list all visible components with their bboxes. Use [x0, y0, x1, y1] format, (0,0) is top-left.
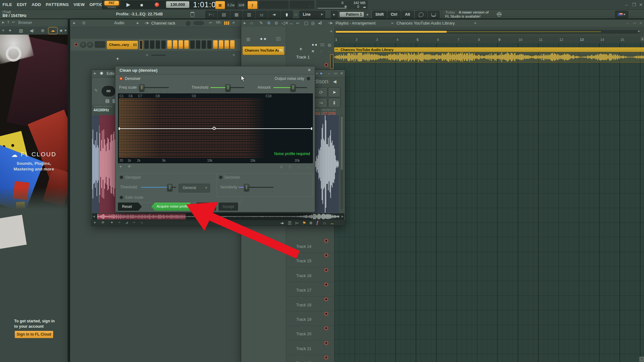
pl-draw-icon[interactable]: ✎	[259, 21, 263, 25]
freq-scale-thumb[interactable]	[139, 84, 144, 91]
picker-tab-pianoroll-icon[interactable]: ▦	[246, 37, 250, 41]
clip-lane-marker[interactable]	[330, 54, 333, 69]
tab-online-icon[interactable]: ⊕	[41, 28, 45, 33]
hint-bubble-button[interactable]	[415, 11, 427, 18]
pl-delete-icon[interactable]: ⊘	[275, 21, 278, 25]
ed-curve-icon[interactable]: ƒ	[316, 220, 319, 225]
edison-link-icon[interactable]: ∞	[94, 87, 99, 93]
channel-rack-title[interactable]: Channel rack	[151, 21, 175, 25]
edison-wave-selection-bg[interactable]	[99, 115, 116, 213]
spectrum-freeze-icon[interactable]: ❄	[280, 165, 283, 169]
ed-regions-icon[interactable]: ☰	[288, 221, 292, 225]
declicker-led[interactable]	[219, 175, 223, 179]
mic-button[interactable]	[281, 11, 293, 18]
globe-icon[interactable]	[497, 12, 502, 17]
step-select-cell[interactable]	[139, 40, 143, 49]
ed-stretch-icon[interactable]: ↔	[330, 221, 334, 225]
countdown-icon[interactable]: ϝ	[247, 1, 258, 9]
tab-favorites-icon[interactable]: ★	[59, 28, 63, 33]
edison-overview[interactable]: ◀ ▶	[92, 213, 344, 220]
track-menu-dots[interactable]: ⋯	[300, 267, 304, 271]
track-record-dot[interactable]	[325, 283, 328, 286]
tab-back-icon[interactable]: ◀	[2, 29, 4, 32]
declipper-threshold-slider[interactable]	[141, 187, 176, 188]
tab-sounds-icon[interactable]: ◀⁝	[30, 28, 34, 33]
acquire-noise-profile-button[interactable]: Acquire noise profile	[151, 203, 190, 211]
track-row-21[interactable]: ⋯Track 21	[286, 340, 335, 355]
threshold-slider[interactable]	[210, 87, 244, 88]
step-1[interactable]	[144, 40, 149, 49]
ed-markers-icon[interactable]: ⊨	[295, 221, 299, 225]
ed-sel-end-icon[interactable]: ⇥	[132, 221, 135, 224]
pl-slip-icon[interactable]: ↔	[289, 21, 293, 25]
track-row-14[interactable]: ⋯Track 14	[286, 238, 335, 253]
pat-mode-button[interactable]: PAT	[104, 1, 119, 5]
rack-menu-icon[interactable]: ▶	[73, 22, 75, 25]
playlist-grid[interactable]	[334, 43, 644, 362]
pl-maximize-icon[interactable]: ▭	[633, 21, 636, 25]
edison-gear-icon[interactable]: ✺	[100, 71, 103, 75]
step-3[interactable]	[156, 40, 160, 49]
ed-center-icon[interactable]: ✦	[110, 221, 113, 224]
step-9[interactable]	[190, 40, 195, 49]
edison-reverse-button[interactable]: ⟳	[315, 87, 327, 97]
edison-loop-button[interactable]: ∞	[102, 86, 115, 97]
pl-mute-icon[interactable]: ◁✕	[281, 21, 289, 25]
track-record-dot[interactable]	[325, 298, 328, 301]
timeline[interactable]: 1 2 3 4 5 6 7 8 9 10 11 12 13 14 15 16	[334, 37, 644, 43]
track-record-dot[interactable]	[325, 253, 328, 257]
audio-clip[interactable]: ↦ Chances YouTube Audio Library	[334, 47, 644, 63]
step-14[interactable]	[219, 40, 223, 49]
channel-button[interactable]: Chanc..rary	[107, 41, 138, 49]
track-row-15[interactable]: ⋯Track 15	[286, 253, 335, 267]
track-row-19[interactable]: ⋯Track 19	[286, 311, 335, 326]
pl-scroll-left-icon[interactable]: ◀	[330, 30, 332, 33]
news-line2[interactable]: FL Studio is available!	[445, 14, 480, 18]
denoiser-led[interactable]	[119, 77, 123, 81]
fl-cloud-promo[interactable]: ☁ FL CLOUD Sounds, Plugins, Mastering an…	[0, 35, 68, 209]
stop-button[interactable]: ■	[140, 3, 143, 7]
track-menu-dots[interactable]: ⋯	[300, 282, 304, 285]
channel-rack-icon[interactable]: ▤	[218, 11, 230, 18]
wait-recording-icon[interactable]: ШΦ	[236, 1, 247, 9]
pl-playback-icon[interactable]: ◂‖	[318, 21, 322, 25]
step-16[interactable]	[230, 40, 235, 49]
accept-button[interactable]: Accept	[219, 203, 238, 211]
track-record-dot[interactable]	[325, 356, 328, 359]
edison-sendback-button[interactable]: ↪	[315, 98, 327, 108]
pl-select-icon[interactable]: ▢	[304, 21, 308, 25]
amount-thumb[interactable]	[291, 84, 296, 91]
pattern-add-button[interactable]: +	[366, 12, 369, 17]
dialog-titlebar[interactable]: Clean up (denoise) ✕	[115, 66, 315, 75]
rack-scroll-handle[interactable]	[151, 55, 166, 56]
playlist-header[interactable]: ▶ ∩ ✎ ✡ ⊘ ◁✕ ↔ ➵ ▢ ◎ ◂‖ ◁▶ Playlist - Ar…	[241, 19, 644, 27]
spectrum-collapse-icon[interactable]: ▾	[120, 165, 121, 168]
track-row-22[interactable]: ⋯Track 22	[286, 355, 335, 362]
picker-clip-button[interactable]: Chances YouTube Au..	[242, 46, 285, 55]
track-record-dot[interactable]	[325, 326, 328, 330]
step-11[interactable]	[202, 40, 206, 49]
tempo-display[interactable]: 130.000	[166, 1, 189, 8]
track-row-17[interactable]: ⋯Track 17	[286, 282, 335, 297]
rack-scroll-left-icon[interactable]: ◀	[146, 53, 148, 56]
track-menu-dots[interactable]: ⋯	[300, 355, 304, 358]
direction-arrow-icon[interactable]: ➔	[268, 11, 280, 18]
step-2[interactable]	[150, 40, 154, 49]
window-minimize-icon[interactable]: ‒	[625, 3, 628, 7]
edison-prev-icon[interactable]: ◀	[315, 72, 318, 75]
mixer-icon[interactable]: ⚍	[256, 11, 268, 18]
ed-flag-icon[interactable]: ⚑	[302, 221, 306, 225]
browser-up-icon[interactable]: ⇧	[7, 20, 10, 24]
ed-send-icon[interactable]: ➔	[280, 221, 284, 225]
output-noise-only-radio[interactable]	[307, 77, 310, 81]
track-record-dot[interactable]	[325, 341, 328, 345]
rack-swing-knob[interactable]	[186, 21, 191, 26]
add-channel-button[interactable]: +	[116, 56, 119, 62]
news-line1[interactable]: A newer version of	[459, 10, 489, 14]
spectrum-stretch-icon[interactable]: ↔	[305, 165, 310, 169]
pl-paint-icon[interactable]: ✡	[267, 21, 271, 25]
rack-graph-icon[interactable]: ћlћ	[216, 21, 221, 24]
shift-key-button[interactable]: Shift	[372, 11, 387, 18]
step-8[interactable]	[184, 40, 189, 49]
ctrl-key-button[interactable]: Ctrl	[387, 11, 401, 18]
